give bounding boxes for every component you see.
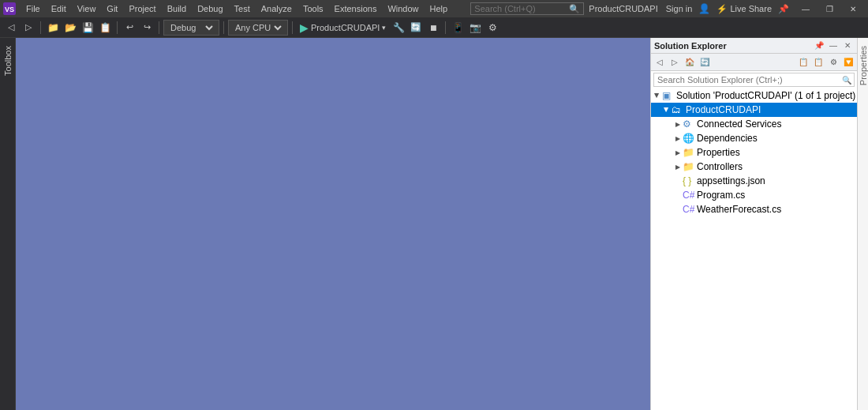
tree-item[interactable]: ▶⚙Connected Services — [651, 117, 857, 131]
tree-arrow: ▶ — [673, 148, 683, 157]
maximize-button[interactable]: ❐ — [817, 0, 841, 17]
tree-item-label: Connected Services — [697, 118, 781, 130]
menu-item-debug[interactable]: Debug — [192, 2, 228, 15]
open-button[interactable]: 📂 — [62, 20, 78, 36]
tree-item-label: appsettings.json — [697, 175, 765, 186]
toolbox-label[interactable]: Toolbox — [2, 43, 14, 79]
close-button[interactable]: ✕ — [841, 0, 865, 17]
toolbar-separator-4 — [223, 21, 224, 34]
undo-button[interactable]: ↩ — [122, 20, 137, 36]
menu-item-file[interactable]: File — [21, 2, 46, 15]
live-share-button[interactable]: ⚡ Live Share — [716, 4, 772, 14]
se-refresh-btn[interactable]: 🔄 — [698, 55, 712, 70]
cs-icon: C# — [683, 189, 695, 201]
tree-item-label: Dependencies — [697, 133, 758, 144]
attach-debugger-button[interactable]: 🔧 — [391, 20, 406, 36]
search-input[interactable] — [474, 4, 569, 13]
menu-item-help[interactable]: Help — [425, 2, 454, 15]
tree-arrow — [673, 176, 683, 186]
more-button[interactable]: ⚙ — [485, 20, 500, 36]
se-minimize-button[interactable]: — — [827, 39, 840, 52]
tree-item[interactable]: ▶📁Properties — [651, 145, 857, 160]
tree-item[interactable]: ▶📁Controllers — [651, 160, 857, 174]
se-forward-btn[interactable]: ▷ — [668, 55, 682, 70]
menu-item-build[interactable]: Build — [162, 2, 192, 15]
back-button[interactable]: ◁ — [3, 20, 19, 36]
solution-explorer-panel: Solution Explorer 📌 — ✕ ◁ ▷ 🏠 🔄 📋 📋 ⚙ 🔽 … — [650, 38, 857, 410]
platform-dropdown[interactable]: Any CPU x64 — [228, 20, 288, 36]
se-close-button[interactable]: ✕ — [841, 39, 854, 52]
menu-item-analyze[interactable]: Analyze — [256, 2, 297, 15]
se-settings-btn[interactable]: ⚙ — [826, 55, 840, 70]
se-search-input[interactable] — [654, 75, 840, 85]
menu-item-tools[interactable]: Tools — [297, 2, 329, 15]
global-search[interactable]: 🔍 — [470, 2, 584, 15]
menu-item-view[interactable]: View — [72, 2, 102, 15]
tree-item-label: Controllers — [697, 161, 743, 172]
window-controls: — ❐ ✕ — [794, 0, 865, 17]
sign-in-icon: 👤 — [698, 3, 710, 14]
toolbar-separator-6 — [445, 21, 446, 34]
se-sync-btn[interactable]: 🏠 — [683, 55, 697, 70]
toolbar-separator-2 — [117, 21, 118, 34]
se-header-controls: 📌 — ✕ — [813, 39, 854, 52]
platform-select[interactable]: Any CPU x64 — [232, 22, 284, 33]
project-title: ProductCRUDAPI — [589, 4, 657, 13]
run-button[interactable]: ▶ ProductCRUDAPI ▾ — [297, 20, 389, 36]
tree-item-label: Program.cs — [697, 190, 745, 201]
tree-item[interactable]: C#Program.cs — [651, 188, 857, 202]
save-button[interactable]: 💾 — [80, 20, 95, 36]
vs-logo: VS — [3, 2, 16, 15]
tree-arrow — [673, 205, 683, 214]
tree-item[interactable]: ▶🌐Dependencies — [651, 131, 857, 145]
folder-icon: 📁 — [683, 146, 695, 159]
tree-arrow: ▶ — [673, 134, 683, 143]
menu-item-window[interactable]: Window — [382, 2, 424, 15]
menu-item-project[interactable]: Project — [123, 2, 161, 15]
menu-item-edit[interactable]: Edit — [46, 2, 72, 15]
connected-services-icon: ⚙ — [683, 118, 695, 130]
menu-item-git[interactable]: Git — [101, 2, 123, 15]
tree-item-label: Properties — [697, 147, 740, 158]
menu-item-test[interactable]: Test — [229, 2, 256, 15]
solution-tree: ▶▣Solution 'ProductCRUDAPI' (1 of 1 proj… — [651, 88, 857, 410]
pin-icon: 📌 — [778, 4, 789, 14]
solution-icon: ▣ — [662, 89, 675, 102]
redo-button[interactable]: ↪ — [139, 20, 155, 36]
se-paste-btn[interactable]: 📋 — [811, 55, 825, 70]
debug-config-select[interactable]: Debug Release — [167, 22, 215, 33]
tree-item[interactable]: ▶🗂ProductCRUDAPI — [651, 103, 857, 117]
se-back-btn[interactable]: ◁ — [653, 55, 667, 70]
new-project-button[interactable]: 📁 — [45, 20, 61, 36]
debug-config-dropdown[interactable]: Debug Release — [163, 20, 219, 36]
tree-item[interactable]: C#WeatherForecast.cs — [651, 202, 857, 216]
sign-in-link[interactable]: Sign in — [666, 4, 693, 13]
forward-button[interactable]: ▷ — [21, 20, 36, 36]
tree-arrow: ▶ — [673, 162, 683, 171]
title-bar: VS // will render after DOM FileEditView… — [0, 0, 868, 17]
menu-item-extensions[interactable]: Extensions — [329, 2, 383, 15]
restart-button[interactable]: 🔄 — [408, 20, 424, 36]
device-button[interactable]: 📱 — [450, 20, 466, 36]
properties-panel: Properties — [857, 38, 868, 410]
save-all-button[interactable]: 📋 — [97, 20, 113, 36]
toolbar-separator-1 — [40, 21, 41, 34]
stop-button[interactable]: ⏹ — [425, 20, 441, 36]
tree-item[interactable]: ▶▣Solution 'ProductCRUDAPI' (1 of 1 proj… — [651, 88, 857, 103]
run-project-label: ProductCRUDAPI — [311, 23, 380, 32]
se-pin-button[interactable]: 📌 — [813, 39, 825, 52]
tree-item[interactable]: { }appsettings.json — [651, 174, 857, 188]
tree-arrow: ▶ — [662, 105, 672, 115]
se-filter-btn[interactable]: 🔽 — [841, 55, 855, 70]
se-search-icon: 🔍 — [840, 76, 854, 85]
se-copy-btn[interactable]: 📋 — [796, 55, 810, 70]
tree-arrow: ▶ — [673, 119, 683, 129]
toolbar: ◁ ▷ 📁 📂 💾 📋 ↩ ↪ Debug Release Any CPU x6… — [0, 17, 868, 38]
toolbar-separator-3 — [159, 21, 159, 34]
screenshot-button[interactable]: 📷 — [467, 20, 483, 36]
tree-item-label: Solution 'ProductCRUDAPI' (1 of 1 projec… — [676, 90, 855, 101]
minimize-button[interactable]: — — [794, 0, 817, 17]
se-search-box[interactable]: 🔍 — [653, 73, 855, 87]
tree-arrow — [673, 190, 683, 200]
properties-label[interactable]: Properties — [858, 43, 869, 88]
